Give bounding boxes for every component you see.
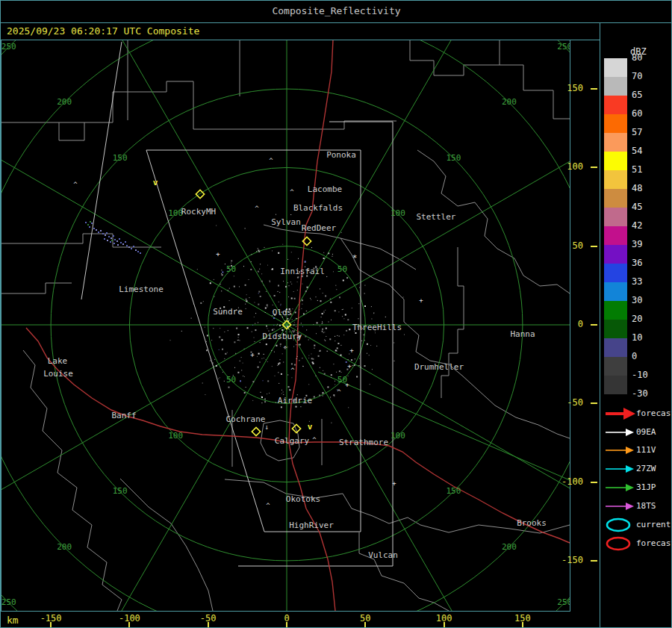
radar-echo — [241, 357, 242, 358]
x-axis-tick — [50, 622, 52, 627]
radar-echo — [274, 314, 275, 314]
radar-echo-streak — [100, 230, 102, 231]
range-label: 50 — [226, 264, 236, 274]
radar-echo — [281, 312, 282, 313]
radar-echo-streak — [117, 244, 119, 246]
radar-echo — [247, 327, 249, 329]
range-radial — [1, 116, 287, 325]
legend-label: 27ZW — [636, 464, 656, 473]
county-boundary — [1, 234, 161, 247]
radar-echo — [271, 350, 272, 351]
radar-echo — [340, 345, 341, 346]
radar-echo-streak — [89, 226, 90, 228]
radar-echo — [228, 290, 228, 291]
legend-ellipse-icon — [604, 536, 635, 551]
radar-echo — [335, 385, 335, 385]
radar-echo — [324, 373, 326, 375]
radar-echo — [293, 429, 294, 430]
range-label: 200 — [57, 97, 72, 107]
radar-echo — [291, 332, 292, 332]
radar-echo — [278, 364, 279, 365]
radar-echo — [246, 294, 247, 295]
legend-arrow-icon — [604, 406, 635, 421]
radar-echo — [267, 265, 268, 266]
radar-echo — [337, 343, 339, 344]
radar-echo — [219, 349, 220, 350]
radar-echo — [325, 310, 326, 311]
radar-echo — [255, 329, 256, 331]
radar-echo — [270, 281, 270, 282]
radar-echo — [257, 356, 258, 357]
radar-echo — [337, 389, 337, 390]
radar-echo — [298, 258, 299, 259]
radar-echo — [221, 290, 222, 291]
radar-echo — [238, 337, 239, 338]
dbz-color-swatch — [604, 189, 627, 208]
radar-echo — [264, 398, 266, 400]
radar-echo — [284, 315, 285, 316]
x-axis-strip — [1, 612, 672, 628]
radar-echo — [274, 352, 275, 352]
radar-echo — [327, 351, 328, 352]
radar-echo — [289, 308, 290, 310]
radar-echo-streak — [128, 246, 130, 248]
radar-echo — [326, 336, 326, 337]
radar-echo — [221, 270, 222, 270]
radar-echo — [288, 296, 289, 297]
radar-echo — [228, 387, 230, 388]
radar-echo — [305, 267, 305, 267]
city-label: Limestone — [119, 285, 164, 294]
range-label: 50 — [337, 375, 347, 385]
radar-echo — [258, 271, 259, 273]
map-border-extension — [570, 40, 600, 40]
radar-echo — [323, 258, 325, 259]
dbz-color-swatch — [604, 114, 627, 133]
yellow-v-marker: v — [153, 178, 158, 187]
peak-caret-marker: ^ — [290, 188, 294, 196]
radar-echo — [299, 360, 299, 361]
radar-echo — [284, 325, 284, 326]
radar-echo — [294, 298, 296, 299]
radar-echo — [277, 365, 278, 366]
legend-arrow-icon — [604, 480, 635, 495]
radar-echo — [210, 361, 211, 361]
radar-echo — [234, 286, 235, 287]
radar-echo — [311, 353, 312, 354]
radar-echo — [279, 383, 279, 384]
city-label: Sylvan — [271, 217, 301, 227]
radar-echo — [295, 311, 296, 313]
radar-echo — [305, 261, 306, 262]
radar-echo-streak — [104, 238, 105, 240]
radar-echo — [264, 358, 264, 358]
x-axis-tick — [286, 622, 287, 627]
city-label: ThreeHills — [352, 323, 402, 332]
radar-echo — [287, 282, 288, 283]
radar-echo — [224, 358, 225, 359]
peak-caret-marker: ^ — [269, 157, 273, 164]
sidebar-divider — [600, 23, 600, 628]
radar-echo — [364, 293, 365, 294]
graticule-line — [318, 372, 570, 480]
peak-caret-marker: ^ — [337, 388, 341, 396]
radar-echo — [284, 347, 286, 349]
radar-echo — [334, 396, 335, 397]
range-label: 50 — [226, 375, 236, 385]
radar-echo-streak — [135, 249, 137, 251]
radar-echo — [343, 335, 344, 335]
radar-echo — [302, 366, 303, 367]
radar-echo — [278, 252, 279, 254]
dbz-color-swatch — [604, 282, 627, 301]
map-border — [1, 40, 570, 612]
radar-echo — [274, 295, 276, 296]
radar-echo — [271, 269, 272, 270]
radar-echo — [282, 271, 283, 272]
radar-echo — [337, 335, 337, 336]
legend-label: current — [636, 520, 671, 529]
dbz-scale-value: 42 — [632, 220, 662, 231]
radar-echo — [329, 322, 329, 323]
radar-echo — [314, 397, 315, 398]
radar-echo — [287, 326, 288, 328]
county-boundary — [225, 479, 570, 533]
radar-echo — [264, 247, 265, 248]
city-label: Didsbury — [263, 332, 302, 341]
